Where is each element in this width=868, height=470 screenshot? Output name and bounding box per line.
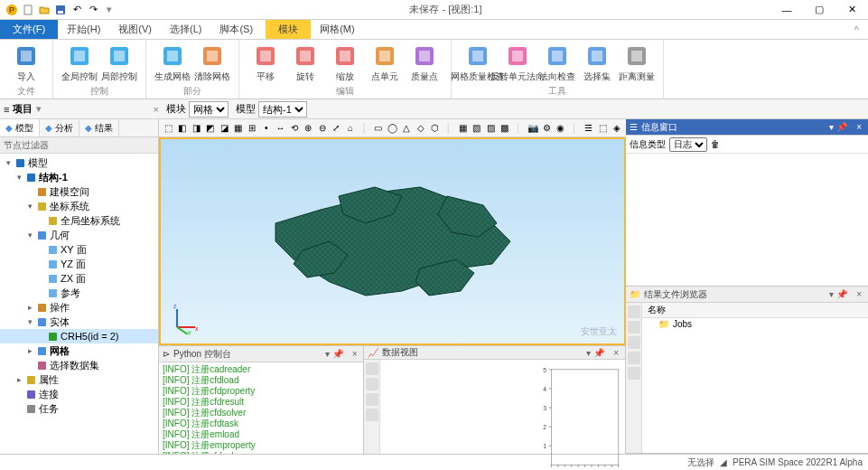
menu-script[interactable]: 脚本(S) (210, 20, 262, 39)
ribbon-collapse-icon[interactable]: ^ (845, 20, 868, 39)
save-icon[interactable] (54, 4, 67, 16)
tree-node[interactable]: ▸网格 (0, 343, 158, 358)
view-tool-24[interactable]: ▩ (499, 122, 510, 135)
resbrowser-pin-icon[interactable]: ▾ 📌 (826, 289, 850, 299)
console-pin-icon[interactable]: ▾ 📌 (322, 349, 346, 359)
tree-node[interactable]: ▸操作 (0, 300, 158, 315)
left-tab-模型[interactable]: ◆模型 (0, 119, 40, 136)
tree-node[interactable]: ▾坐标系统 (0, 199, 158, 213)
msgwin-pin-icon[interactable]: ▾ 📌 (826, 122, 850, 132)
view-tool-16[interactable]: ◯ (387, 122, 398, 135)
view-tool-17[interactable]: △ (401, 122, 413, 135)
resbrowser-close-icon[interactable]: × (854, 289, 864, 299)
ribbon-qual-point[interactable]: 质量点 (406, 42, 443, 85)
tree-expander-icon[interactable]: ▸ (25, 346, 35, 355)
msgwin-body[interactable] (626, 154, 868, 286)
tree-node[interactable]: ▾结构-1 (0, 170, 158, 184)
console-close-icon[interactable]: × (350, 349, 360, 359)
left-tab-分析[interactable]: ◆分析 (40, 119, 79, 136)
maximize-button[interactable]: ▢ (803, 0, 835, 20)
ribbon-flip-normal[interactable]: 反转单元法向 (499, 42, 537, 85)
view-tool-6[interactable]: ⊞ (247, 122, 258, 135)
dv-tool-4[interactable] (366, 409, 378, 421)
tree-expander-icon[interactable]: ▾ (14, 173, 24, 182)
close-button[interactable]: ✕ (835, 0, 868, 20)
tree-expander-icon[interactable]: ▾ (25, 202, 35, 211)
view-tool-2[interactable]: ◨ (191, 122, 202, 135)
view-tool-18[interactable]: ◇ (415, 122, 426, 135)
dv-tool-2[interactable] (366, 378, 378, 390)
view-tool-4[interactable]: ◪ (219, 122, 230, 135)
dataview-pin-icon[interactable]: ▾ 📌 (583, 348, 607, 358)
open-icon[interactable] (38, 4, 51, 16)
viewport-3d[interactable]: zxy 安世亚太 (159, 137, 626, 345)
tree-node[interactable]: 参考 (0, 286, 158, 300)
view-tool-13[interactable]: ⌂ (345, 122, 357, 135)
redo-icon[interactable]: ↷ (87, 4, 99, 16)
left-tab-结果[interactable]: ◆结果 (79, 119, 119, 136)
dv-tool-1[interactable] (366, 362, 378, 375)
tree-node[interactable]: 建模空间 (0, 184, 158, 199)
dv-tool-3[interactable] (366, 393, 378, 406)
tree-node[interactable]: CRH5(id = 2) (0, 329, 158, 343)
tree-node[interactable]: ▸属性 (0, 372, 158, 387)
tree-node[interactable]: 连接 (0, 387, 158, 401)
ribbon-local-ctrl[interactable]: 局部控制 (100, 42, 138, 85)
ribbon-sel-set[interactable]: 选择集 (578, 42, 616, 85)
module-tab[interactable]: 模块 (266, 20, 311, 39)
ribbon-gen-mesh[interactable]: 生成网格 (154, 42, 191, 85)
module-select[interactable]: 网格 (189, 101, 229, 118)
ribbon-import[interactable]: 导入 (7, 42, 45, 85)
dataview-chart[interactable]: 1234500.511.522.533.544.55 (380, 360, 625, 470)
view-tool-22[interactable]: ▧ (471, 122, 482, 135)
tree-expander-icon[interactable]: ▾ (4, 158, 14, 167)
minimize-button[interactable]: — (770, 0, 803, 20)
msg-clear-icon[interactable]: 🗑 (711, 139, 720, 149)
view-tool-30[interactable]: ☰ (583, 122, 594, 135)
ribbon-scale[interactable]: 缩放 (326, 42, 364, 85)
view-tool-31[interactable]: ⬚ (597, 122, 609, 135)
view-tool-3[interactable]: ◩ (205, 122, 217, 135)
view-tool-28[interactable]: ◉ (555, 122, 566, 135)
view-tool-9[interactable]: ⟲ (289, 122, 301, 135)
model-select[interactable]: 结构-1 (258, 101, 307, 118)
rb-tool-5[interactable] (628, 367, 640, 380)
view-tool-10[interactable]: ⊕ (303, 122, 314, 135)
view-tool-7[interactable]: • (261, 122, 273, 135)
menu-view[interactable]: 视图(V) (109, 20, 161, 39)
project-dropdown-icon[interactable]: ▾ (36, 103, 42, 115)
dataview-close-icon[interactable]: × (611, 348, 621, 358)
view-tool-15[interactable]: ▭ (373, 122, 385, 135)
tree-node[interactable]: XY 面 (0, 242, 158, 257)
tree-node[interactable]: 任务 (0, 401, 158, 416)
ribbon-translate[interactable]: 平移 (247, 42, 285, 85)
tree-expander-icon[interactable]: ▾ (25, 317, 35, 326)
ribbon-node-elem[interactable]: 点单元 (366, 42, 404, 85)
view-tool-1[interactable]: ◧ (177, 122, 189, 135)
rb-tool-1[interactable] (628, 306, 640, 318)
rb-tool-4[interactable] (628, 352, 640, 364)
ribbon-global-ctrl[interactable]: 全局控制 (61, 42, 98, 85)
ribbon-dist-measure[interactable]: 距离测量 (618, 42, 656, 85)
qat-more-icon[interactable]: ▾ (103, 4, 116, 16)
tree-node[interactable]: ZX 面 (0, 271, 158, 286)
view-tool-19[interactable]: ⬡ (429, 122, 441, 135)
tree-expander-icon[interactable]: ▸ (14, 375, 24, 384)
result-item-jobs[interactable]: 📁 Jobs (642, 318, 868, 330)
rb-tool-3[interactable] (628, 336, 640, 349)
msg-filter-select[interactable]: 日志 (669, 137, 707, 152)
tree-node[interactable]: ▾几何 (0, 228, 158, 242)
undo-icon[interactable]: ↶ (70, 4, 83, 16)
tree-node[interactable]: YZ 面 (0, 257, 158, 271)
view-tool-26[interactable]: 📷 (527, 122, 538, 135)
model-tree[interactable]: ▾模型▾结构-1建模空间▾坐标系统全局坐标系统▾几何XY 面YZ 面ZX 面参考… (0, 154, 158, 454)
view-tool-23[interactable]: ▨ (485, 122, 497, 135)
tree-node[interactable]: 全局坐标系统 (0, 213, 158, 228)
view-tool-27[interactable]: ⚙ (541, 122, 553, 135)
console-output[interactable]: [INFO] 注册cadreader[INFO] 注册cfdload[INFO]… (159, 362, 363, 454)
tree-node[interactable]: 选择数据集 (0, 358, 158, 372)
project-close-icon[interactable]: × (154, 104, 159, 115)
rb-tool-2[interactable] (628, 321, 640, 334)
ribbon-normal-check[interactable]: 法向检查 (538, 42, 576, 85)
new-icon[interactable] (22, 4, 34, 16)
